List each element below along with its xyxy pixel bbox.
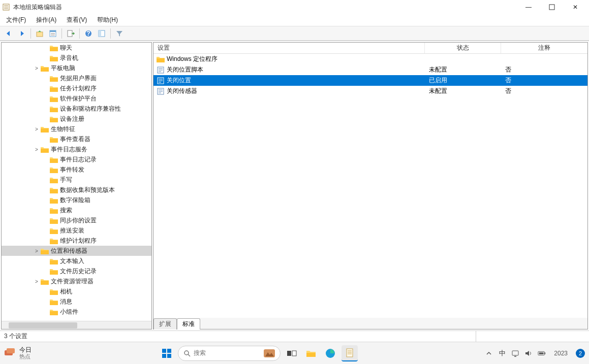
search-placeholder: 搜索	[194, 349, 206, 357]
clock-year[interactable]: 2023	[554, 350, 568, 357]
column-comment[interactable]: 注释	[501, 43, 587, 53]
expander-icon[interactable]: >	[33, 278, 40, 285]
tree-item-label: 小组件	[60, 308, 78, 316]
filter-button[interactable]	[114, 28, 125, 39]
folder-icon	[50, 55, 58, 61]
start-button[interactable]	[159, 345, 175, 361]
tree-item[interactable]: >文件资源管理器	[2, 276, 151, 286]
tree-item[interactable]: >生物特征	[2, 124, 151, 134]
tree-item[interactable]: 凭据用户界面	[2, 73, 151, 83]
ime-indicator[interactable]: 中	[498, 349, 506, 357]
svg-rect-58	[167, 349, 171, 353]
detail-row[interactable]: 关闭位置已启用否	[153, 75, 587, 86]
menu-file[interactable]: 文件(F)	[4, 15, 28, 25]
tree-item-label: 录音机	[60, 54, 78, 62]
tree-item[interactable]: 录音机	[2, 53, 151, 63]
svg-rect-68	[347, 349, 353, 357]
export-button[interactable]	[65, 28, 76, 39]
detail-row-label: 关闭位置	[167, 76, 191, 85]
back-button[interactable]	[3, 28, 14, 39]
taskbar: 今日 热点 搜索 中 2023 2	[0, 342, 589, 364]
column-state[interactable]: 状态	[425, 43, 501, 53]
tree-item[interactable]: 事件转发	[2, 164, 151, 175]
tree-item[interactable]: 手写	[2, 175, 151, 185]
tree-horizontal-scrollbar[interactable]	[2, 321, 151, 329]
tree-item[interactable]: 推送安装	[2, 225, 151, 236]
network-icon[interactable]	[511, 349, 519, 357]
tree-item[interactable]: 数字保险箱	[2, 195, 151, 205]
weather-widget[interactable]: 今日 热点	[19, 347, 32, 359]
svg-rect-60	[167, 354, 171, 358]
tree-item[interactable]: 消息	[2, 296, 151, 307]
menu-view[interactable]: 查看(V)	[65, 15, 89, 25]
tree-item[interactable]: 数据收集和预览版本	[2, 185, 151, 195]
tree-item[interactable]: >事件日志服务	[2, 144, 151, 154]
battery-icon[interactable]	[538, 349, 546, 357]
svg-rect-57	[162, 349, 166, 353]
tree-scroll[interactable]: 聊天录音机>平板电脑凭据用户界面任务计划程序软件保护平台设备和驱动程序兼容性设备…	[2, 43, 151, 321]
expander-icon[interactable]: >	[33, 125, 40, 133]
tree-item[interactable]: 聊天	[2, 43, 151, 53]
gpedit-taskbar-button[interactable]	[342, 345, 358, 361]
svg-rect-20	[50, 98, 58, 102]
column-setting[interactable]: 设置	[153, 43, 425, 53]
help-button[interactable]: ?	[83, 28, 94, 39]
tree-item-label: 相机	[60, 287, 72, 296]
tree-item[interactable]: 事件日志记录	[2, 154, 151, 164]
tree-item[interactable]: 事件查看器	[2, 134, 151, 144]
edge-button[interactable]	[322, 345, 338, 361]
policy-icon	[157, 66, 165, 74]
detail-row[interactable]: 关闭传感器未配置否	[153, 86, 587, 96]
svg-rect-18	[50, 78, 58, 82]
minimize-button[interactable]: —	[517, 0, 540, 14]
statusbar-right	[476, 331, 585, 342]
tree-item[interactable]: 任务计划程序	[2, 83, 151, 93]
tree-item[interactable]: 相机	[2, 286, 151, 296]
tree-item[interactable]: >平板电脑	[2, 63, 151, 73]
detail-row[interactable]: 关闭位置脚本未配置否	[153, 64, 587, 75]
tree-item-label: 文件历史记录	[60, 267, 97, 276]
folder-icon	[50, 258, 58, 264]
tab-standard[interactable]: 标准	[177, 318, 200, 329]
maximize-button[interactable]	[540, 0, 564, 14]
tree-item[interactable]: >位置和传感器	[2, 246, 151, 256]
up-button[interactable]	[34, 28, 45, 39]
tree-item[interactable]: 搜索	[2, 205, 151, 215]
tree-item[interactable]: 小组件	[2, 307, 151, 317]
tree-item[interactable]: 设备注册	[2, 114, 151, 124]
svg-rect-64	[287, 351, 291, 356]
tab-extended[interactable]: 扩展	[153, 318, 177, 329]
weather-icon[interactable]	[4, 348, 15, 358]
folder-icon	[41, 126, 49, 133]
svg-rect-75	[545, 352, 546, 354]
tree-item[interactable]: 同步你的设置	[2, 215, 151, 225]
tree-item-label: 文件资源管理器	[51, 277, 94, 286]
main-area: 聊天录音机>平板电脑凭据用户界面任务计划程序软件保护平台设备和驱动程序兼容性设备…	[0, 41, 589, 330]
notification-badge[interactable]: 2	[576, 349, 585, 358]
menu-action[interactable]: 操作(A)	[34, 15, 58, 25]
tree-item[interactable]: 维护计划程序	[2, 236, 151, 246]
tree-item-label: 消息	[60, 297, 72, 306]
tree-item[interactable]: 文本输入	[2, 256, 151, 266]
details-button[interactable]	[96, 28, 107, 39]
tray-overflow[interactable]	[485, 349, 493, 357]
volume-icon[interactable]	[524, 349, 533, 357]
detail-row[interactable]: Windows 定位程序	[153, 54, 587, 64]
properties-button[interactable]	[47, 28, 58, 39]
tree-item[interactable]: 文件历史记录	[2, 266, 151, 276]
expander-icon[interactable]: >	[33, 64, 40, 72]
taskbar-search[interactable]: 搜索	[178, 346, 281, 361]
menu-help[interactable]: 帮助(H)	[95, 15, 120, 25]
expander-icon[interactable]: >	[33, 146, 40, 153]
menubar: 文件(F) 操作(A) 查看(V) 帮助(H)	[0, 14, 589, 26]
expander-icon[interactable]: >	[33, 247, 40, 254]
folder-icon	[50, 238, 58, 244]
taskview-button[interactable]	[284, 345, 300, 361]
tree-item[interactable]: 设备和驱动程序兼容性	[2, 104, 151, 114]
close-button[interactable]: ✕	[564, 0, 587, 14]
forward-button[interactable]	[16, 28, 27, 39]
tree-item[interactable]: 软件保护平台	[2, 93, 151, 104]
explorer-button[interactable]	[303, 345, 319, 361]
svg-text:?: ?	[86, 30, 90, 37]
folder-icon	[50, 75, 58, 82]
